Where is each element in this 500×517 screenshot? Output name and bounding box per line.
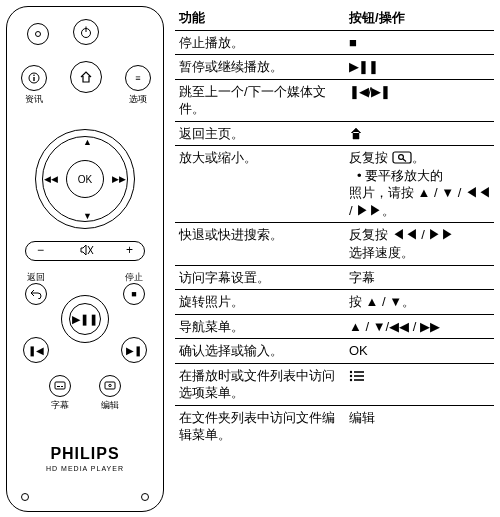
func-cell: 访问字幕设置。 [175,265,345,290]
ok-button[interactable]: OK [66,160,104,198]
header-action: 按钮/操作 [345,6,494,30]
func-cell: 返回主页。 [175,121,345,146]
func-cell: 跳至上一个/下一个媒体文件。 [175,79,345,121]
table-row: 暂停或继续播放。▶❚❚ [175,55,494,80]
function-table: 功能 按钮/操作 停止播放。■暂停或继续播放。▶❚❚跳至上一个/下一个媒体文件。… [175,6,494,447]
screw [141,493,149,501]
table-row: 在文件夹列表中访问文件编辑菜单。编辑 [175,405,494,447]
back-button[interactable] [25,283,47,305]
table-row: 放大或缩小。反复按 。要平移放大的照片，请按 ▲ / ▼ / ◀◀ / ▶▶。 [175,146,494,223]
table-row: 返回主页。 [175,121,494,146]
table-row: 快退或快进搜索。反复按 ◀◀ / ▶▶选择速度。 [175,223,494,265]
action-cell: 反复按 ◀◀ / ▶▶选择速度。 [345,223,494,265]
volume-row: − + [25,241,145,259]
dpad-down[interactable]: ▼ [83,211,92,221]
info-label: 资讯 [21,93,47,106]
svg-rect-7 [55,382,65,389]
home-button[interactable] [70,61,102,93]
func-cell: 暂停或继续播放。 [175,55,345,80]
func-cell: 确认选择或输入。 [175,339,345,364]
svg-point-11 [109,384,111,386]
remote-control: 资讯 ≡ 选项 ▲ ▼ ◀◀ ▶▶ OK − + [6,6,164,512]
stop-label: 停止 [121,271,147,284]
vol-plus[interactable]: + [126,243,133,257]
action-cell: 编辑 [345,405,494,447]
table-row: 访问字幕设置。字幕 [175,265,494,290]
options-button[interactable]: ≡ [125,65,151,91]
table-row: 跳至上一个/下一个媒体文件。❚◀/▶❚ [175,79,494,121]
next-track-button[interactable]: ▶❚ [121,337,147,363]
svg-rect-12 [393,152,411,163]
dpad: ▲ ▼ ◀◀ ▶▶ OK [35,129,135,229]
svg-rect-4 [33,77,34,81]
action-cell: 反复按 。要平移放大的照片，请按 ▲ / ▼ / ◀◀ / ▶▶。 [345,146,494,223]
options-label: 选项 [125,93,151,106]
func-cell: 在文件夹列表中访问文件编辑菜单。 [175,405,345,447]
subtitle-label: 字幕 [47,399,73,412]
action-cell: ▲ / ▼/◀◀ / ▶▶ [345,314,494,339]
svg-point-15 [350,371,352,373]
back-label: 返回 [23,271,49,284]
subtitle-button[interactable] [49,375,71,397]
func-cell: 停止播放。 [175,30,345,55]
svg-point-3 [33,75,35,77]
table-row: 停止播放。■ [175,30,494,55]
action-cell: 按 ▲ / ▼。 [345,290,494,315]
prev-track-button[interactable]: ❚◀ [23,337,49,363]
led-indicator [27,23,49,45]
edit-label: 编辑 [97,399,123,412]
func-cell: 放大或缩小。 [175,146,345,223]
action-cell [345,363,494,405]
svg-point-19 [350,379,352,381]
action-cell [345,121,494,146]
playpause-button[interactable]: ▶❚❚ [61,295,109,343]
mute-icon[interactable] [80,244,94,259]
table-row: 旋转照片。按 ▲ / ▼。 [175,290,494,315]
svg-point-17 [350,375,352,377]
dpad-left[interactable]: ◀◀ [44,174,58,184]
edit-button[interactable] [99,375,121,397]
info-button[interactable] [21,65,47,91]
func-cell: 旋转照片。 [175,290,345,315]
table-row: 在播放时或文件列表中访问选项菜单。 [175,363,494,405]
dpad-right[interactable]: ▶▶ [112,174,126,184]
table-row: 导航菜单。▲ / ▼/◀◀ / ▶▶ [175,314,494,339]
screw [21,493,29,501]
stop-button[interactable]: ■ [123,283,145,305]
power-button[interactable] [73,19,99,45]
action-cell: 字幕 [345,265,494,290]
dpad-up[interactable]: ▲ [83,137,92,147]
vol-minus[interactable]: − [37,243,44,257]
action-cell: ▶❚❚ [345,55,494,80]
action-cell: OK [345,339,494,364]
table-row: 确认选择或输入。OK [175,339,494,364]
svg-line-14 [403,159,406,162]
brand: PHILIPS [7,445,163,463]
func-cell: 在播放时或文件列表中访问选项菜单。 [175,363,345,405]
func-cell: 快退或快进搜索。 [175,223,345,265]
subbrand: HD MEDIA PLAYER [7,465,163,472]
action-cell: ■ [345,30,494,55]
func-cell: 导航菜单。 [175,314,345,339]
svg-point-13 [398,155,403,160]
header-func: 功能 [175,6,345,30]
action-cell: ❚◀/▶❚ [345,79,494,121]
svg-rect-10 [105,382,115,389]
